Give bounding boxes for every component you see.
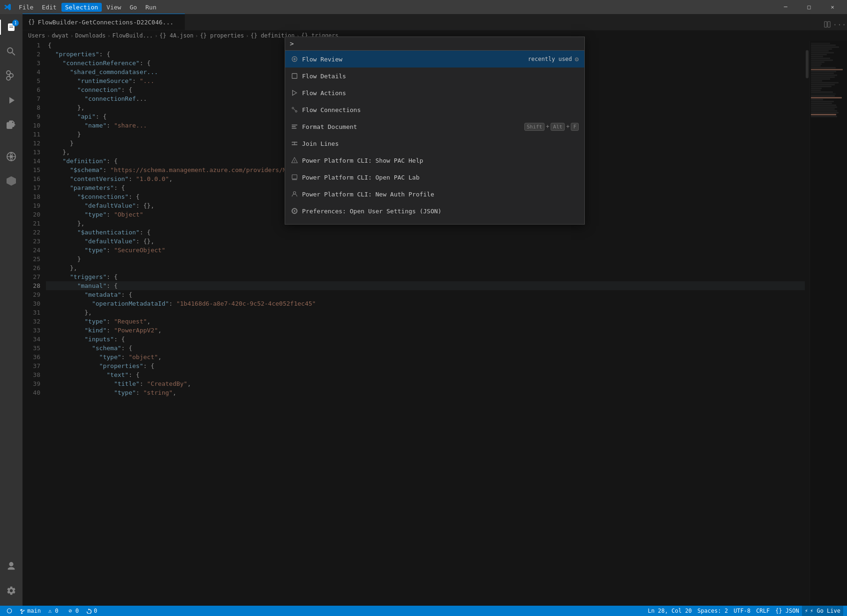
svg-point-9 <box>292 107 294 109</box>
command-palette-items: Flow Review recently used ⚙ <box>285 51 584 224</box>
window-restore-button[interactable]: □ <box>798 0 820 14</box>
cp-item-pac-auth[interactable]: Power Platform CLI: New Auth Profile <box>285 186 584 203</box>
command-palette: > Flow Review recently used <box>285 37 585 225</box>
svg-point-22 <box>293 192 295 194</box>
svg-rect-12 <box>292 125 297 126</box>
power-platform-icon[interactable] <box>0 170 23 192</box>
cp-item-pac-help[interactable]: Power Platform CLI: Show PAC Help <box>285 152 584 169</box>
menu-run[interactable]: Run <box>142 3 160 12</box>
svg-rect-14 <box>292 128 297 129</box>
cp-item-format-document[interactable]: Format Document Shift+Alt+F <box>285 118 584 135</box>
cp-item-icon-9 <box>291 207 298 215</box>
cp-label-9: Preferences: Open User Settings (JSON) <box>302 208 441 215</box>
activity-bottom <box>0 555 23 606</box>
cp-item-icon-0 <box>291 55 298 63</box>
svg-point-19 <box>294 162 295 162</box>
cp-badge-0: recently used <box>528 56 572 62</box>
vscode-logo-icon <box>4 3 11 11</box>
svg-point-10 <box>295 111 297 113</box>
cp-item-flow-connections[interactable]: Flow Connections <box>285 101 584 118</box>
svg-marker-3 <box>7 176 16 186</box>
svg-marker-8 <box>293 90 297 96</box>
svg-rect-13 <box>292 126 296 127</box>
activity-bar: 1 <box>0 14 23 606</box>
problems-status[interactable]: ⚠ 0 ⊘ 0 <box>45 606 82 616</box>
command-palette-input-row: > <box>285 37 584 51</box>
svg-rect-20 <box>292 175 297 179</box>
cp-item-flow-details[interactable]: Flow Details <box>285 68 584 84</box>
cursor-position-status[interactable]: Ln 28, Col 20 <box>645 606 695 616</box>
cp-item-icon-5 <box>291 140 298 147</box>
cp-item-icon-8 <box>291 190 298 198</box>
menu-view[interactable]: View <box>103 3 125 12</box>
cp-item-flow-actions[interactable]: Flow Actions <box>285 84 584 101</box>
cp-label-6: Power Platform CLI: Show PAC Help <box>302 157 423 164</box>
cp-label-3: Flow Connections <box>302 106 361 113</box>
explorer-icon[interactable]: 1 <box>0 16 23 38</box>
cp-label-0: Flow Review <box>302 56 342 63</box>
cp-item-pac-lab[interactable]: Power Platform CLI: Open PAC Lab <box>285 169 584 186</box>
window-controls: ─ □ ✕ <box>775 0 843 14</box>
cp-item-user-settings[interactable]: Preferences: Open User Settings (JSON) <box>285 203 584 219</box>
cp-label-1: Flow Details <box>302 73 346 80</box>
git-branch-status[interactable]: main <box>17 606 44 616</box>
run-debug-icon[interactable] <box>0 89 23 112</box>
cp-item-icon-6 <box>291 157 298 164</box>
cp-label-8: Power Platform CLI: New Auth Profile <box>302 191 434 198</box>
sync-status[interactable]: 0 <box>83 606 100 616</box>
go-live-status[interactable]: ⚡ ⚡ Go Live <box>802 606 843 616</box>
svg-line-11 <box>294 109 295 111</box>
svg-rect-18 <box>295 160 295 162</box>
cp-gear-0[interactable]: ⚙ <box>575 55 579 63</box>
format-doc-kbd: Shift+Alt+F <box>524 123 579 131</box>
status-bar: main ⚠ 0 ⊘ 0 0 Ln 28, Col 20 Spaces: 2 U… <box>0 606 847 616</box>
settings-icon[interactable] <box>0 579 23 602</box>
cp-label-2: Flow Actions <box>302 90 346 97</box>
editor-area: {} FlowBuilder-GetConnections-D22C046...… <box>23 14 847 606</box>
cp-label-7: Power Platform CLI: Open PAC Lab <box>302 174 419 181</box>
remote-explorer-icon[interactable] <box>0 145 23 168</box>
titlebar-left: File Edit Selection View Go Run <box>4 3 160 12</box>
cp-label-4: Format Document <box>302 123 357 130</box>
menu-file[interactable]: File <box>15 3 37 12</box>
menu-bar: File Edit Selection View Go Run <box>15 3 160 12</box>
command-palette-input[interactable] <box>296 40 580 47</box>
titlebar: File Edit Selection View Go Run ─ □ ✕ <box>0 0 847 14</box>
svg-rect-7 <box>292 74 297 79</box>
menu-selection[interactable]: Selection <box>61 3 102 12</box>
search-activity-icon[interactable] <box>0 40 23 63</box>
encoding-status[interactable]: UTF-8 <box>731 606 753 616</box>
menu-go[interactable]: Go <box>126 3 141 12</box>
cp-item-icon-7 <box>291 173 298 181</box>
language-mode-status[interactable]: {} JSON <box>772 606 802 616</box>
explorer-badge: 1 <box>12 20 19 26</box>
window-minimize-button[interactable]: ─ <box>775 0 796 14</box>
source-control-icon[interactable] <box>0 65 23 87</box>
command-palette-overlay[interactable]: > Flow Review recently used <box>23 14 847 606</box>
line-ending-status[interactable]: CRLF <box>753 606 772 616</box>
cp-label-5: Join Lines <box>302 140 339 147</box>
cp-item-join-lines[interactable]: Join Lines <box>285 135 584 152</box>
svg-point-23 <box>294 210 295 212</box>
cp-item-icon-2 <box>291 89 298 97</box>
command-palette-prompt: > <box>290 40 294 47</box>
remote-status[interactable] <box>4 606 15 616</box>
status-right: Ln 28, Col 20 Spaces: 2 UTF-8 CRLF {} JS… <box>645 606 843 616</box>
extensions-icon[interactable] <box>0 113 23 136</box>
indentation-status[interactable]: Spaces: 2 <box>695 606 731 616</box>
menu-edit[interactable]: Edit <box>38 3 60 12</box>
account-icon[interactable] <box>0 555 23 578</box>
cp-item-single-editor[interactable]: View: Show Single Editor Tab <box>285 219 584 224</box>
cp-item-icon-3 <box>291 106 298 113</box>
cp-item-flow-review[interactable]: Flow Review recently used ⚙ <box>285 51 584 68</box>
cp-item-icon-4 <box>291 123 298 130</box>
cp-item-icon-1 <box>291 72 298 80</box>
window-close-button[interactable]: ✕ <box>822 0 843 14</box>
main-layout: 1 <box>0 14 847 606</box>
